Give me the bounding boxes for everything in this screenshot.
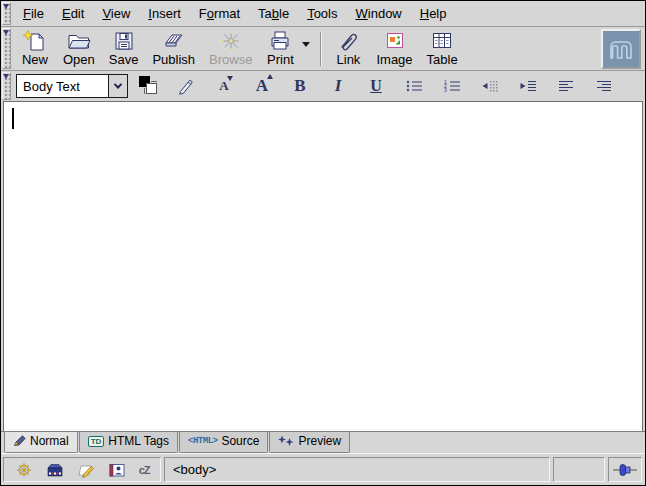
align-left-icon [557, 78, 575, 94]
background-color-swatch [146, 83, 157, 94]
save-button[interactable]: Save [102, 28, 146, 70]
table-icon [429, 29, 455, 53]
image-icon [382, 29, 408, 53]
arrow-down-icon [227, 76, 233, 81]
component-bar: cZ [3, 457, 161, 482]
navigator-icon[interactable] [15, 462, 33, 478]
mozilla-throbber-button[interactable] [601, 29, 641, 69]
starburst-icon [278, 435, 294, 447]
tab-preview[interactable]: Preview [269, 432, 350, 453]
bullet-list-icon [405, 78, 423, 94]
underline-icon: U [370, 77, 382, 95]
open-button[interactable]: Open [56, 28, 102, 70]
menu-file[interactable]: File [14, 1, 53, 26]
toolbar-grippy[interactable] [2, 72, 11, 100]
browse-button[interactable]: Browse [202, 28, 259, 70]
toolbar-grippy[interactable] [2, 28, 11, 69]
composer-window: File Edit View Insert Format Table Tools… [0, 0, 646, 486]
button-label: Print [267, 53, 294, 67]
indent-button[interactable] [510, 73, 546, 99]
indent-icon [519, 78, 537, 94]
new-button[interactable]: New [14, 28, 56, 70]
text-caret [12, 108, 14, 129]
color-tick [151, 81, 157, 82]
table-button[interactable]: Table [420, 28, 465, 70]
svg-text:3: 3 [444, 87, 447, 93]
combo-dropdown-button[interactable] [108, 75, 127, 97]
menu-help[interactable]: Help [411, 1, 456, 26]
menu-label: Window [356, 6, 402, 21]
browse-icon [218, 29, 244, 53]
tab-label: HTML Tags [108, 434, 169, 448]
menu-label: File [23, 6, 44, 21]
highlight-pen-icon [176, 77, 196, 95]
italic-button[interactable]: I [320, 73, 356, 99]
menu-insert[interactable]: Insert [139, 1, 190, 26]
outdent-icon [481, 78, 499, 94]
publish-button[interactable]: Publish [145, 28, 202, 70]
bold-icon: B [294, 76, 305, 96]
chatzilla-icon[interactable]: cZ [139, 464, 150, 476]
composer-icon[interactable] [77, 462, 95, 478]
menu-tools[interactable]: Tools [298, 1, 346, 26]
increase-font-button[interactable]: A [244, 73, 280, 99]
button-label: Link [337, 53, 361, 67]
menubar: File Edit View Insert Format Table Tools… [1, 1, 645, 27]
paragraph-format-select[interactable]: Body Text [16, 74, 128, 98]
progress-panel [553, 457, 605, 482]
bold-button[interactable]: B [282, 73, 318, 99]
toolbar-separator [320, 32, 322, 66]
print-dropdown-arrow-icon[interactable] [302, 42, 310, 47]
print-button-group: Print [259, 28, 315, 70]
tab-source[interactable]: <HTML> Source [179, 432, 268, 453]
menu-label: Format [199, 6, 240, 21]
html-brackets-icon: <HTML> [188, 436, 217, 446]
link-icon [335, 29, 361, 53]
menu-edit[interactable]: Edit [53, 1, 93, 26]
toolbar-grippy[interactable] [2, 2, 11, 25]
button-label: Open [63, 53, 95, 67]
plug-icon[interactable] [612, 463, 638, 477]
image-button[interactable]: Image [369, 28, 419, 70]
td-badge-icon: TD [88, 436, 105, 447]
align-left-button[interactable] [548, 73, 584, 99]
text-color-picker[interactable] [136, 74, 162, 98]
menu-window[interactable]: Window [347, 1, 411, 26]
bullet-list-button[interactable] [396, 73, 432, 99]
tab-label: Normal [30, 434, 69, 448]
increase-font-icon: A [256, 76, 268, 96]
publish-icon [161, 29, 187, 53]
address-book-icon[interactable] [108, 462, 126, 478]
pen-icon [13, 435, 26, 447]
tab-label: Preview [298, 434, 341, 448]
tag-breadcrumb-panel: <body> [164, 457, 550, 482]
print-icon [267, 29, 293, 53]
menu-table[interactable]: Table [249, 1, 298, 26]
highlight-button[interactable] [168, 73, 204, 99]
numbered-list-button[interactable]: 123 [434, 73, 470, 99]
tab-normal[interactable]: Normal [4, 432, 78, 453]
print-button[interactable]: Print [259, 28, 301, 70]
status-bar: cZ <body> [1, 454, 645, 485]
italic-icon: I [335, 76, 342, 96]
tab-label: Source [221, 434, 259, 448]
menu-view[interactable]: View [93, 1, 139, 26]
link-button[interactable]: Link [327, 28, 369, 70]
menu-format[interactable]: Format [190, 1, 249, 26]
document-edit-area[interactable] [3, 101, 643, 431]
tab-html-tags[interactable]: TD HTML Tags [79, 432, 178, 453]
open-folder-icon [66, 29, 92, 53]
decrease-font-button[interactable]: A [206, 73, 242, 99]
align-right-button[interactable] [586, 73, 622, 99]
mail-icon[interactable] [46, 462, 64, 478]
arrow-up-icon [267, 74, 273, 79]
tag-breadcrumb[interactable]: <body> [173, 462, 216, 477]
menu-label: Help [420, 6, 447, 21]
save-icon [111, 29, 137, 53]
main-toolbar: New Open Save Publish Browse [1, 27, 645, 71]
underline-button[interactable]: U [358, 73, 394, 99]
color-tick [144, 88, 145, 94]
outdent-button[interactable] [472, 73, 508, 99]
menu-label: Tools [307, 6, 337, 21]
button-label: New [22, 53, 48, 67]
